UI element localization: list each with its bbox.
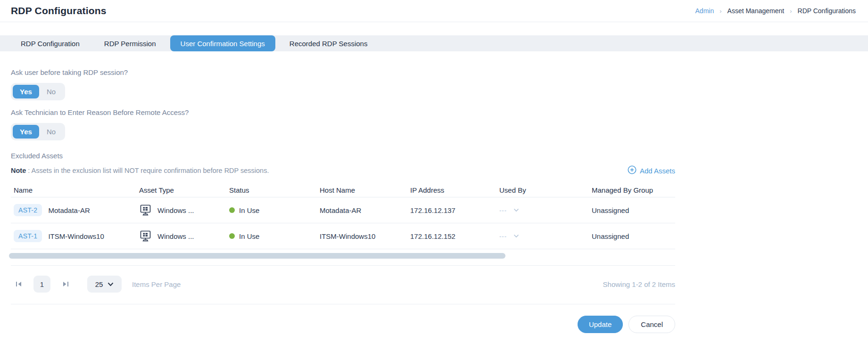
toggle-ask-technician: Yes No (11, 123, 65, 140)
chevron-right-icon: › (790, 8, 792, 15)
question-ask-user: Ask user before taking RDP session? (11, 68, 868, 76)
asset-id-badge[interactable]: AST-1 (14, 230, 42, 242)
column-header-name: Name (11, 186, 136, 194)
update-button[interactable]: Update (578, 316, 623, 333)
chevron-down-icon[interactable] (513, 234, 519, 238)
column-header-ip-address: IP Address (407, 186, 496, 194)
note-row: Note : Assets in the exclusion list will… (11, 165, 675, 176)
horizontal-scrollbar (11, 249, 675, 265)
breadcrumb-asset-management[interactable]: Asset Management (727, 7, 785, 15)
asset-name: Motadata-AR (48, 206, 90, 214)
divider (11, 304, 675, 304)
windows-monitor-icon (139, 230, 152, 242)
cancel-button[interactable]: Cancel (628, 316, 675, 333)
status-dot-icon (229, 207, 235, 213)
excluded-assets-table: Name Asset Type Status Host Name IP Addr… (11, 183, 675, 266)
used-by-value: --- (499, 233, 507, 240)
exclusion-note: Note : Assets in the exclusion list will… (11, 167, 269, 174)
cell-status: In Use (226, 232, 317, 240)
items-per-page-value: 25 (95, 280, 103, 288)
items-per-page-select[interactable]: 25 (87, 276, 122, 293)
note-text: : Assets in the exclusion list will NOT … (26, 167, 269, 174)
top-bar: RDP Configurations Admin › Asset Managem… (0, 0, 868, 22)
column-header-status: Status (226, 186, 317, 194)
asset-type-label: Windows ... (157, 232, 194, 240)
cell-managed-by-group: Unassigned (589, 232, 675, 240)
asset-id-badge[interactable]: AST-2 (14, 204, 42, 216)
column-header-host-name: Host Name (317, 186, 407, 194)
page-title: RDP Configurations (11, 5, 107, 16)
last-page-icon[interactable] (57, 276, 73, 292)
cell-used-by: --- (496, 207, 589, 214)
main-content: Ask user before taking RDP session? Yes … (0, 68, 868, 333)
pagination-summary: Showing 1-2 of 2 Items (603, 280, 675, 288)
column-header-managed-by-group: Managed By Group (589, 186, 675, 194)
ask-technician-yes-button[interactable]: Yes (13, 125, 39, 139)
cell-ip-address: 172.16.12.152 (407, 232, 496, 240)
cell-name: AST-1 ITSM-Windows10 (11, 230, 136, 242)
cell-ip-address: 172.16.12.137 (407, 206, 496, 214)
breadcrumb-rdp-configurations: RDP Configurations (798, 7, 856, 15)
add-assets-label: Add Assets (640, 167, 675, 175)
page-number-button[interactable]: 1 (33, 276, 50, 293)
excluded-assets-heading: Excluded Assets (11, 152, 675, 160)
tab-bar: RDP Configuration RDP Permission User Co… (0, 35, 868, 51)
horizontal-scrollbar-thumb[interactable] (9, 253, 505, 259)
footer-actions: Update Cancel (11, 316, 675, 333)
cell-status: In Use (226, 206, 317, 214)
chevron-down-icon[interactable] (513, 208, 519, 212)
ask-user-yes-button[interactable]: Yes (13, 85, 39, 98)
breadcrumb: Admin › Asset Management › RDP Configura… (695, 7, 856, 15)
divider (11, 265, 675, 266)
status-label: In Use (239, 232, 259, 240)
column-header-used-by: Used By (496, 186, 589, 194)
windows-monitor-icon (139, 204, 152, 216)
question-ask-technician: Ask Technician to Enter Reason Before Re… (11, 108, 868, 116)
first-page-icon[interactable] (11, 276, 27, 292)
asset-type-label: Windows ... (157, 206, 194, 214)
tab-recorded-rdp-sessions[interactable]: Recorded RDP Sessions (279, 35, 378, 51)
ask-technician-no-button[interactable]: No (39, 125, 63, 139)
cell-asset-type: Windows ... (136, 204, 226, 216)
cell-host-name: ITSM-Windows10 (317, 232, 407, 240)
table-row[interactable]: AST-2 Motadata-AR Windows ... In Use Mot… (11, 197, 675, 223)
status-dot-icon (229, 233, 235, 239)
breadcrumb-admin[interactable]: Admin (695, 7, 714, 15)
note-label: Note (11, 167, 26, 174)
cell-managed-by-group: Unassigned (589, 206, 675, 214)
chevron-right-icon: › (719, 8, 721, 15)
add-assets-button[interactable]: Add Assets (628, 165, 675, 176)
plus-circle-icon (628, 165, 637, 176)
column-header-asset-type: Asset Type (136, 186, 226, 194)
rdp-configurations-page: RDP Configurations Admin › Asset Managem… (0, 0, 868, 359)
toggle-ask-user: Yes No (11, 83, 65, 100)
tab-rdp-configuration[interactable]: RDP Configuration (10, 35, 90, 51)
tab-user-confirmation-settings[interactable]: User Confirmation Settings (170, 35, 275, 51)
asset-name: ITSM-Windows10 (48, 232, 104, 240)
used-by-value: --- (499, 207, 507, 214)
tab-rdp-permission[interactable]: RDP Permission (94, 35, 166, 51)
pagination: 1 25 Items Per Page Showing 1-2 of 2 Ite… (11, 276, 675, 293)
items-per-page-label: Items Per Page (132, 280, 181, 288)
cell-asset-type: Windows ... (136, 230, 226, 242)
cell-used-by: --- (496, 233, 589, 240)
ask-user-no-button[interactable]: No (39, 85, 63, 98)
cell-host-name: Motadata-AR (317, 206, 407, 214)
chevron-down-icon (107, 282, 114, 286)
status-label: In Use (239, 206, 259, 214)
table-row[interactable]: AST-1 ITSM-Windows10 Windows ... In Use … (11, 223, 675, 249)
cell-name: AST-2 Motadata-AR (11, 204, 136, 216)
table-header: Name Asset Type Status Host Name IP Addr… (11, 183, 675, 197)
